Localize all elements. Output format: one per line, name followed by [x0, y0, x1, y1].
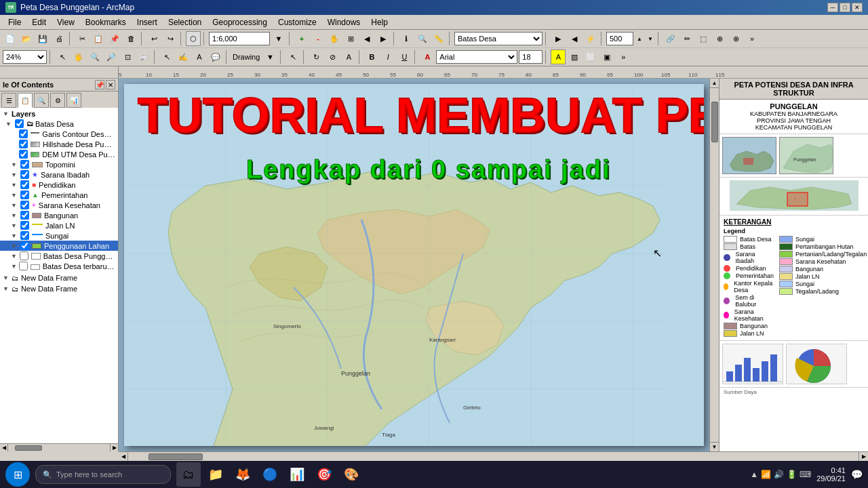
vscroll-thumb[interactable]: [711, 102, 718, 142]
map-container[interactable]: Punggelan Singomerto Karangsari Tlaga Gi…: [119, 79, 709, 451]
menu-bookmarks[interactable]: Bookmarks: [80, 16, 132, 28]
editor-button[interactable]: ✏: [679, 31, 694, 46]
draw-select[interactable]: ↖: [159, 49, 174, 64]
outline-color[interactable]: ⬜: [583, 49, 598, 64]
menu-help[interactable]: Help: [366, 16, 393, 28]
taskbar-time[interactable]: 0:41 29/09/21: [816, 466, 846, 483]
zoom-out-button[interactable]: -: [311, 31, 326, 46]
flash-button[interactable]: ⚡: [583, 31, 598, 46]
vscroll-down[interactable]: ▼: [710, 442, 719, 451]
taskbar-notification[interactable]: 💬: [851, 469, 863, 480]
toc-layers-header[interactable]: ▼ Layers: [0, 109, 118, 119]
start-button[interactable]: ⊞: [5, 462, 30, 487]
bold-btn[interactable]: B: [364, 49, 379, 64]
draw-label[interactable]: A: [192, 49, 207, 64]
undo-button[interactable]: ↩: [146, 31, 161, 46]
maximize-button[interactable]: □: [840, 3, 850, 12]
layout-full[interactable]: ⊡: [120, 49, 135, 64]
copy-button[interactable]: 📋: [91, 31, 106, 46]
toc-pin-button[interactable]: 📌: [95, 80, 104, 89]
toc-dataframe-1[interactable]: ▼ 🗂 New Data Frame: [0, 272, 118, 283]
jalan-checkbox[interactable]: [20, 221, 29, 230]
menu-file[interactable]: File: [3, 16, 26, 28]
redo-button[interactable]: ↪: [163, 31, 178, 46]
taskbar-battery[interactable]: 🔋: [787, 470, 797, 479]
toc-tab-extra[interactable]: 📊: [66, 93, 81, 108]
toc-group-batas-desa[interactable]: ▼ 🗂 Batas Desa: [0, 119, 118, 129]
measure-button[interactable]: 📏: [431, 31, 446, 46]
italic-btn[interactable]: I: [380, 49, 395, 64]
draw-callout[interactable]: 💬: [208, 49, 223, 64]
navigate-fwd[interactable]: ▶: [551, 31, 566, 46]
layout-zoom-in[interactable]: 🔍: [87, 49, 102, 64]
bangunan-checkbox[interactable]: [20, 211, 29, 220]
delete-button[interactable]: 🗑: [123, 31, 138, 46]
toc-layer-topomini[interactable]: ▼ Topomini: [0, 159, 118, 169]
new-button[interactable]: 📄: [3, 31, 18, 46]
zoom-input[interactable]: [606, 32, 633, 45]
rotate-btn[interactable]: ↻: [309, 49, 323, 64]
open-button[interactable]: 📂: [19, 31, 34, 46]
garis-checkbox[interactable]: [19, 129, 28, 138]
zoom-input-up[interactable]: ▲: [635, 31, 644, 46]
draw-pointer[interactable]: ↖: [285, 49, 300, 64]
more-btn[interactable]: »: [745, 31, 760, 46]
paste-button[interactable]: 📌: [107, 31, 122, 46]
toc-tab-search[interactable]: 🔍: [34, 93, 49, 108]
menu-windows[interactable]: Windows: [322, 16, 366, 28]
minimize-button[interactable]: ─: [827, 3, 838, 12]
font-size-input[interactable]: [519, 50, 542, 64]
taskbar-app-paint[interactable]: 🎨: [339, 462, 363, 487]
menu-edit[interactable]: Edit: [26, 16, 52, 28]
draw-tool[interactable]: ✍: [176, 49, 191, 64]
full-extent-button[interactable]: ⊞: [343, 31, 358, 46]
toc-layer-ibadah[interactable]: ▼ ★ Sarana Ibadah: [0, 169, 118, 180]
taskbar-app-ppt[interactable]: 🎯: [312, 462, 336, 487]
scale-input[interactable]: [209, 32, 270, 45]
search-box[interactable]: 🔍 Type here to search: [35, 465, 171, 484]
layout-select[interactable]: ↖: [55, 49, 70, 64]
toc-layer-kesehatan[interactable]: ▼ + Sarana Kesehatan: [0, 200, 118, 210]
zoom-in-button[interactable]: +: [294, 31, 309, 46]
more-draw[interactable]: »: [616, 49, 631, 64]
hscroll-right[interactable]: ▶: [859, 452, 868, 462]
identify-button[interactable]: ℹ: [399, 31, 414, 46]
toc-scroll-right[interactable]: ▶: [110, 444, 118, 452]
hscroll-left[interactable]: ◀: [119, 452, 128, 462]
batas-terbaru-checkbox[interactable]: [19, 262, 28, 270]
toc-tab-options[interactable]: ⚙: [50, 93, 65, 108]
toc-layer-batas-desa[interactable]: ▼ Batas Desa Punggelan: [0, 251, 118, 261]
menu-selection[interactable]: Selection: [163, 16, 207, 28]
font-select[interactable]: Arial: [436, 50, 517, 64]
navigate-bck[interactable]: ◀: [567, 31, 582, 46]
cut-button[interactable]: ✂: [75, 31, 90, 46]
taskbar-app-explorer[interactable]: 🗂: [176, 462, 201, 487]
sungai-checkbox[interactable]: [20, 231, 29, 240]
topomini-checkbox[interactable]: [20, 160, 29, 169]
draw-dropdown[interactable]: ▼: [262, 49, 277, 64]
layer-select[interactable]: Batas Desa: [454, 32, 542, 45]
toc-scroll-thumb[interactable]: [15, 445, 42, 451]
toc-scroll-left[interactable]: ◀: [0, 444, 8, 452]
menu-insert[interactable]: Insert: [132, 16, 163, 28]
menu-view[interactable]: View: [52, 16, 80, 28]
prev-extent-button[interactable]: ◀: [359, 31, 374, 46]
layout-zoom-out[interactable]: 🔎: [104, 49, 119, 64]
next-extent-button[interactable]: ▶: [376, 31, 391, 46]
ibadah-checkbox[interactable]: [20, 170, 29, 179]
zoom-input-dn[interactable]: ▼: [646, 31, 655, 46]
contour-btn[interactable]: ⊘: [325, 49, 340, 64]
save-button[interactable]: 💾: [35, 31, 50, 46]
taskbar-network[interactable]: 📶: [761, 470, 771, 479]
toc-layer-jalan[interactable]: ▼ Jalan LN: [0, 220, 118, 230]
snap-button[interactable]: 🔗: [663, 31, 678, 46]
shadow-color[interactable]: ▣: [599, 49, 614, 64]
vscroll-up[interactable]: ▲: [710, 79, 719, 88]
pan-button[interactable]: ✋: [327, 31, 342, 46]
toc-close-button[interactable]: ✕: [106, 80, 115, 89]
layout-page[interactable]: 📰: [136, 49, 151, 64]
kesehatan-checkbox[interactable]: [20, 201, 29, 209]
taskbar-keyboard[interactable]: ⌨: [800, 470, 811, 479]
penggunaan-checkbox[interactable]: [20, 241, 29, 250]
toc-layer-garis[interactable]: ▼ Garis Contour Desa Pun...: [0, 129, 118, 139]
